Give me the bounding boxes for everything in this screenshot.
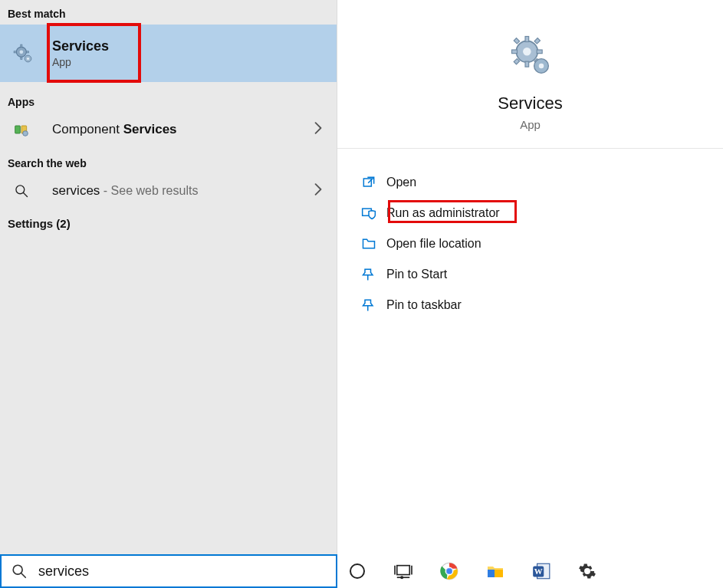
file-explorer-icon[interactable] (481, 557, 509, 585)
svg-rect-16 (525, 61, 529, 67)
best-match-title: Services (52, 38, 327, 54)
search-icon (12, 182, 31, 200)
result-label: services - See web results (52, 183, 314, 199)
action-label: Open file location (386, 237, 481, 251)
preview-actions: Open Run as administrator (337, 149, 723, 328)
svg-point-31 (350, 564, 364, 578)
search-icon (11, 563, 28, 580)
svg-point-14 (523, 48, 531, 56)
svg-rect-21 (534, 38, 540, 44)
action-pin-start[interactable]: Pin to Start (345, 259, 715, 290)
services-gear-icon (509, 34, 552, 77)
svg-rect-19 (514, 38, 519, 44)
svg-point-40 (446, 568, 452, 573)
svg-point-24 (538, 64, 544, 69)
svg-rect-18 (537, 50, 542, 54)
action-pin-taskbar[interactable]: Pin to taskbar (345, 290, 715, 320)
open-icon (360, 174, 377, 191)
action-run-admin[interactable]: Run as administrator (345, 198, 715, 228)
search-results-pane: Best match Services App (0, 0, 337, 554)
svg-rect-5 (26, 51, 28, 52)
best-match-subtitle: App (52, 56, 327, 68)
svg-rect-32 (397, 566, 410, 575)
svg-rect-3 (21, 57, 22, 59)
best-match-text: Services App (52, 38, 327, 68)
svg-point-36 (400, 576, 403, 579)
chevron-right-icon (314, 183, 323, 199)
result-web-services[interactable]: services - See web results (0, 174, 337, 208)
action-open-location[interactable]: Open file location (345, 228, 715, 259)
svg-rect-17 (511, 50, 517, 54)
action-open[interactable]: Open (345, 167, 715, 198)
cortana-ring-icon[interactable] (343, 557, 371, 585)
apps-header: Apps (0, 82, 337, 113)
svg-rect-15 (525, 37, 529, 42)
svg-rect-43 (488, 570, 495, 577)
chrome-icon[interactable] (435, 557, 463, 585)
preview-title: Services (498, 94, 562, 113)
taskbar: W (0, 554, 723, 588)
services-gear-icon (12, 43, 34, 64)
web-header: Search the web (0, 146, 337, 174)
search-input[interactable] (38, 563, 327, 580)
preview-subtitle: App (520, 118, 541, 131)
svg-line-12 (24, 193, 28, 197)
svg-point-10 (23, 131, 28, 136)
taskbar-tray: W (337, 554, 723, 588)
svg-rect-2 (21, 44, 22, 47)
action-label: Pin to taskbar (386, 298, 462, 312)
action-label: Pin to Start (386, 268, 447, 281)
admin-shield-icon (360, 205, 377, 222)
best-match-header: Best match (0, 0, 337, 25)
action-label: Run as administrator (386, 206, 500, 220)
pin-icon (360, 266, 377, 283)
svg-point-7 (27, 57, 29, 59)
svg-rect-4 (14, 51, 16, 52)
settings-gear-icon[interactable] (573, 557, 601, 585)
component-services-icon (12, 120, 31, 139)
settings-header[interactable]: Settings (2) (0, 208, 337, 239)
svg-rect-22 (514, 58, 519, 64)
best-match-services[interactable]: Services App (0, 25, 337, 82)
result-component-services[interactable]: Component Services (0, 113, 337, 146)
svg-rect-25 (363, 179, 371, 186)
svg-line-30 (21, 573, 26, 578)
task-view-icon[interactable] (389, 557, 417, 585)
pin-icon (360, 297, 377, 314)
svg-text:W: W (534, 567, 543, 576)
svg-point-1 (19, 50, 23, 54)
taskbar-search-box[interactable] (0, 554, 337, 588)
chevron-right-icon (314, 122, 323, 138)
word-icon[interactable]: W (527, 557, 555, 585)
action-label: Open (386, 176, 416, 189)
result-label: Component Services (52, 122, 314, 137)
preview-header: Services App (337, 0, 723, 149)
folder-icon (360, 235, 377, 252)
preview-pane: Services App Open (337, 0, 723, 554)
svg-rect-8 (15, 126, 21, 133)
